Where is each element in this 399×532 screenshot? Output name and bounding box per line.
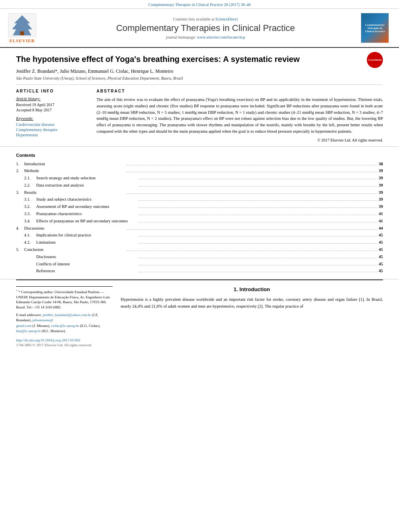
svg-rect-2 bbox=[20, 31, 24, 35]
article-history-label: Article history: bbox=[16, 97, 88, 101]
contents-table: 1. Introduction 38 2. Methods 39 2.1. Se… bbox=[16, 161, 383, 275]
copyright-notice: © 2017 Elsevier Ltd. All rights reserved… bbox=[97, 138, 383, 142]
contents-item-conflicts: Conflicts of interest 45 bbox=[16, 261, 383, 268]
article-info-column: ARTICLE INFO Article history: Received 1… bbox=[16, 89, 88, 142]
keyword-complementary: Complementary therapies bbox=[16, 127, 88, 132]
contents-section: Contents 1. Introduction 38 2. Methods 3… bbox=[0, 147, 399, 280]
email-mizuno-2[interactable]: gmail.com bbox=[16, 324, 31, 328]
issn-text: 1744-3881/© 2017 Elsevier Ltd. All right… bbox=[16, 343, 113, 347]
introduction-body: Hypertension is a highly prevalent disea… bbox=[121, 296, 383, 310]
article-header-section: The hypotensive effect of Yoga's breathi… bbox=[0, 48, 399, 147]
contents-item-disclosures: Disclosures 45 bbox=[16, 254, 383, 261]
journal-title-section: Contents lists available at ScienceDirec… bbox=[56, 13, 355, 43]
contents-item-2: 2. Methods 39 bbox=[16, 168, 383, 175]
authors-line: Jeniffer Z. Brandani*, Julio Mizuno, Emm… bbox=[16, 68, 383, 74]
introduction-content: 1. Introduction Hypertension is a highly… bbox=[121, 286, 383, 347]
email-addresses-section: E-mail addresses: jeniffer_brandani@yaho… bbox=[16, 312, 113, 334]
contents-item-3-3: 3.3. Pranayamas characteristics 41 bbox=[16, 211, 383, 218]
contents-heading: Contents bbox=[16, 153, 383, 158]
elsevier-tree-icon bbox=[8, 13, 36, 37]
abstract-heading: ABSTRACT bbox=[97, 89, 383, 93]
contents-item-3-1: 3.1. Study and subject characteristics 3… bbox=[16, 196, 383, 203]
sciencedirect-link[interactable]: ScienceDirect bbox=[215, 17, 238, 21]
elsevier-logo: ELSEVIER bbox=[8, 13, 36, 43]
elsevier-wordmark: ELSEVIER bbox=[9, 38, 35, 43]
keyword-cardiovascular: Cardiovascular diseases bbox=[16, 122, 88, 127]
email-monteiro[interactable]: heu@fc.unesp.br bbox=[16, 329, 41, 333]
contents-item-1: 1. Introduction 38 bbox=[16, 161, 383, 168]
journal-cover-image: Complementary Therapies in Clinical Prac… bbox=[361, 13, 389, 43]
introduction-section: * * Corresponding author. Universidade E… bbox=[0, 280, 399, 351]
crossmark-badge[interactable]: CrossMark bbox=[367, 52, 383, 68]
journal-header: ELSEVIER Contents lists available at Sci… bbox=[0, 9, 399, 48]
corresponding-author-note: * * Corresponding author. Universidade E… bbox=[16, 289, 113, 310]
introduction-heading: 1. Introduction bbox=[121, 286, 383, 292]
abstract-column: ABSTRACT The aim of this review was to e… bbox=[97, 89, 383, 142]
elsevier-branding: ELSEVIER bbox=[8, 13, 52, 43]
email-brandani[interactable]: jeniffer_brandani@yahoo.com.br bbox=[43, 313, 91, 317]
journal-homepage-link[interactable]: www.elsevier.com/locate/ctcp bbox=[197, 35, 245, 39]
contents-item-5: 5. Conclusion 45 bbox=[16, 246, 383, 253]
accepted-date: Accepted 8 May 2017 bbox=[16, 108, 88, 112]
journal-reference-bar: Complementary Therapies in Clinical Prac… bbox=[0, 0, 399, 9]
affiliation-line: São Paulo State University (Unesp), Scho… bbox=[16, 76, 383, 80]
keywords-label: Keywords: bbox=[16, 116, 88, 121]
footnote-column: * * Corresponding author. Universidade E… bbox=[16, 286, 113, 347]
contents-item-2-2: 2.2. Data extraction and analysis 39 bbox=[16, 182, 383, 189]
article-info-abstract-columns: ARTICLE INFO Article history: Received 1… bbox=[16, 84, 383, 142]
journal-cover: Complementary Therapies in Clinical Prac… bbox=[359, 13, 391, 43]
contents-item-references: References 45 bbox=[16, 268, 383, 275]
email-mizuno[interactable]: juliomizuno@ bbox=[33, 318, 53, 322]
contents-item-3: 3. Results 39 bbox=[16, 189, 383, 196]
doi-section: http://dx.doi.org/10.1016/j.ctcp.2017.05… bbox=[16, 338, 113, 347]
contents-available-text: Contents lists available at ScienceDirec… bbox=[173, 17, 238, 21]
keyword-hypertension: Hypertension bbox=[16, 133, 88, 137]
contents-item-4-1: 4.1. Implications for clinical practice … bbox=[16, 232, 383, 239]
contents-item-2-1: 2.1. Search strategy and study selection… bbox=[16, 175, 383, 182]
contents-item-3-4: 3.4. Effects of pranayamas on BP and sec… bbox=[16, 218, 383, 225]
contents-item-4: 4. Discussions 44 bbox=[16, 225, 383, 232]
crossmark-icon: CrossMark bbox=[367, 52, 383, 68]
contents-item-4-2: 4.2. Limitations 45 bbox=[16, 239, 383, 246]
email-ciolac[interactable]: ciolac@fc.unesp.br bbox=[51, 324, 79, 328]
journal-reference-text: Complementary Therapies in Clinical Prac… bbox=[148, 2, 251, 7]
article-info-heading: ARTICLE INFO bbox=[16, 89, 88, 93]
doi-link[interactable]: http://dx.doi.org/10.1016/j.ctcp.2017.05… bbox=[16, 338, 80, 342]
journal-homepage-line: journal homepage: www.elsevier.com/locat… bbox=[166, 35, 245, 39]
contents-item-3-2: 3.2. Assessment of BP and secondary outc… bbox=[16, 203, 383, 210]
received-date: Received 19 April 2017 bbox=[16, 103, 88, 107]
article-title: The hypotensive effect of Yoga's breathi… bbox=[16, 54, 300, 64]
journal-main-title: Complementary Therapies in Clinical Prac… bbox=[116, 23, 295, 33]
abstract-body: The aim of this review was to evaluate t… bbox=[97, 97, 383, 135]
